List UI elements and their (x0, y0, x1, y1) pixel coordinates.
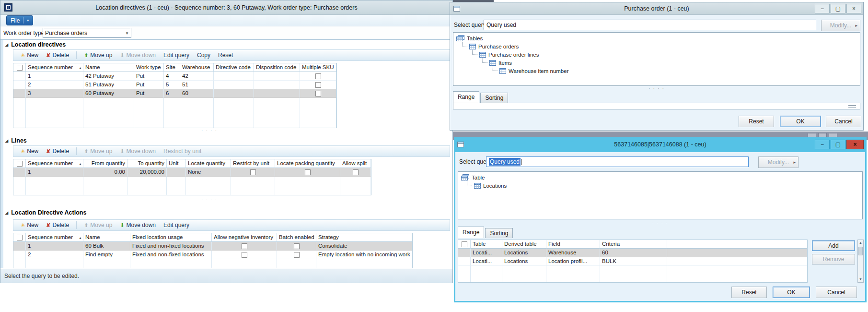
modify-button[interactable]: Modify... ▸ (821, 20, 860, 31)
titlebar[interactable]: Location directives (1 - ceu) - Sequence… (0, 0, 452, 15)
tree-item[interactable]: Purchase order lines (453, 50, 860, 59)
section-location-directives[interactable]: ◢ Location directives (5, 41, 66, 48)
column-header[interactable]: Restrict by unit (231, 159, 275, 168)
add-button[interactable]: Add (812, 240, 855, 251)
batch-enabled-checkbox[interactable] (277, 242, 316, 251)
multiple-sku-checkbox[interactable] (300, 89, 336, 98)
column-header[interactable]: Allow negative inventory (212, 233, 277, 242)
cancel-button[interactable]: Cancel (826, 116, 861, 127)
allow-negative-inventory-checkbox[interactable] (212, 242, 277, 251)
scrollbar-handle[interactable] (848, 105, 856, 108)
column-header[interactable]: Warehouse (180, 63, 214, 72)
tab-sorting[interactable]: Sorting (485, 228, 513, 238)
select-all-checkbox[interactable] (13, 63, 26, 72)
new-button[interactable]: ✳New (17, 50, 42, 60)
move-down-button[interactable]: ⬇Move down (116, 220, 159, 230)
restrict-by-unit-checkbox[interactable] (231, 168, 275, 177)
select-query-combobox[interactable]: Query used (484, 20, 816, 30)
tab-range[interactable]: Range (458, 227, 484, 238)
column-header[interactable]: Field (546, 240, 600, 249)
column-header[interactable]: Derived table (502, 240, 546, 249)
column-header[interactable]: To quantity (127, 159, 167, 168)
select-all-checkbox[interactable] (13, 159, 26, 168)
work-order-type-select[interactable]: Purchase orders ▾ (43, 28, 131, 38)
dialog-titlebar[interactable]: Purchase order (1 - ceu) − ▢ × (450, 2, 863, 15)
tree-item-root[interactable]: Tables (453, 34, 860, 42)
column-header[interactable]: Table (471, 240, 502, 249)
tree-item[interactable]: Items (453, 59, 860, 67)
minimize-button[interactable]: − (815, 4, 830, 13)
close-button[interactable]: × (846, 140, 864, 149)
dialog-titlebar[interactable]: 5637146085|5637146088 (1 - ceu) − ▢ × (454, 137, 867, 152)
tree-item[interactable]: Locations (458, 181, 862, 190)
cancel-button[interactable]: Cancel (816, 287, 857, 298)
select-all-checkbox[interactable] (458, 240, 471, 249)
maximize-button[interactable]: ▢ (831, 4, 845, 13)
close-button[interactable]: × (846, 4, 861, 13)
splitter-handle[interactable]: · · · · (453, 87, 860, 91)
move-up-button[interactable]: ⬆Move up (81, 50, 116, 60)
move-up-button[interactable]: ⬆Move up (81, 146, 116, 156)
column-header[interactable]: Work type (134, 63, 164, 72)
batch-enabled-checkbox[interactable] (277, 251, 316, 259)
column-header[interactable]: Criteria (600, 240, 667, 249)
table-row[interactable]: 1 42 Putaway Put 4 42 (13, 72, 336, 81)
tree-item[interactable]: Warehouse item number (453, 67, 860, 75)
column-header[interactable]: From quantity (83, 159, 127, 168)
ok-button[interactable]: OK (773, 287, 810, 298)
column-header[interactable]: Multiple SKU (300, 63, 336, 72)
section-location-directive-actions[interactable]: ◢ Location Directive Actions (5, 209, 86, 216)
splitter-handle[interactable]: · · · · (13, 129, 406, 133)
edit-query-button[interactable]: Edit query (160, 220, 193, 230)
copy-button[interactable]: Copy (194, 50, 214, 60)
table-row-selected[interactable]: 3 60 Putaway Put 6 60 (13, 89, 336, 98)
file-menu-button[interactable]: File ▾ (6, 15, 33, 25)
new-button[interactable]: ✳New (17, 220, 42, 230)
vertical-scrollbar[interactable]: ▲ ▼ (857, 240, 864, 283)
tab-sorting[interactable]: Sorting (480, 93, 508, 103)
delete-button[interactable]: ✘Delete (43, 220, 72, 230)
tree-item[interactable]: Purchase orders (453, 42, 860, 50)
column-header[interactable]: Fixed location usage (130, 233, 212, 242)
table-row-selected[interactable]: 1 60 Bulk Fixed and non-fixed locations … (13, 242, 412, 251)
multiple-sku-checkbox[interactable] (300, 72, 336, 81)
scroll-up-icon[interactable]: ▲ (859, 240, 862, 246)
move-up-button[interactable]: ⬆Move up (81, 220, 116, 230)
table-row[interactable]: 2 51 Putaway Put 5 51 (13, 81, 336, 89)
select-query-combobox[interactable]: Query used (486, 156, 749, 167)
maximize-button[interactable]: ▢ (831, 140, 845, 149)
ok-button[interactable]: OK (780, 116, 821, 127)
edit-query-button[interactable]: Edit query (160, 50, 193, 60)
column-header[interactable]: Sequence number▲ (26, 63, 83, 72)
column-header[interactable]: Allow split (340, 159, 371, 168)
reset-button[interactable]: Reset (215, 50, 236, 60)
column-header[interactable]: Sequence number▲ (26, 233, 83, 242)
splitter-handle[interactable]: · · · · (458, 221, 863, 225)
remove-button[interactable]: Remove (812, 254, 855, 264)
table-row[interactable]: 2 Find empty Fixed and non-fixed locatio… (13, 251, 412, 259)
scrollbar-thumb[interactable] (858, 247, 863, 255)
minimize-button[interactable]: − (815, 140, 830, 149)
restrict-by-unit-button[interactable]: Restrict by unit (160, 146, 205, 156)
modify-button[interactable]: Modify... ▸ (758, 156, 799, 168)
new-button[interactable]: ✳New (17, 146, 42, 156)
scroll-down-icon[interactable]: ▼ (859, 276, 862, 282)
locate-packing-quantity-checkbox[interactable] (275, 168, 340, 177)
section-lines[interactable]: ◢ Lines (5, 137, 27, 144)
column-header[interactable]: Batch enabled (277, 233, 316, 242)
column-header[interactable]: Directive code (214, 63, 254, 72)
column-header[interactable]: Locate packing quantity (275, 159, 340, 168)
column-header[interactable]: Strategy (316, 233, 412, 242)
tree-item-root[interactable]: Table (458, 173, 862, 181)
table-row-selected[interactable]: Locati... Locations Warehouse 60 (458, 249, 807, 257)
column-header[interactable]: Sequence number▲ (26, 159, 83, 168)
column-header[interactable]: Unit (167, 159, 186, 168)
reset-button[interactable]: Reset (739, 116, 774, 127)
column-header[interactable]: Site (164, 63, 180, 72)
select-all-checkbox[interactable] (13, 233, 26, 242)
delete-button[interactable]: ✘Delete (43, 50, 72, 60)
move-down-button[interactable]: ⬇Move down (116, 50, 159, 60)
delete-button[interactable]: ✘Delete (43, 146, 72, 156)
splitter-handle[interactable]: · · · · (13, 198, 406, 202)
column-header[interactable]: Disposition code (254, 63, 300, 72)
